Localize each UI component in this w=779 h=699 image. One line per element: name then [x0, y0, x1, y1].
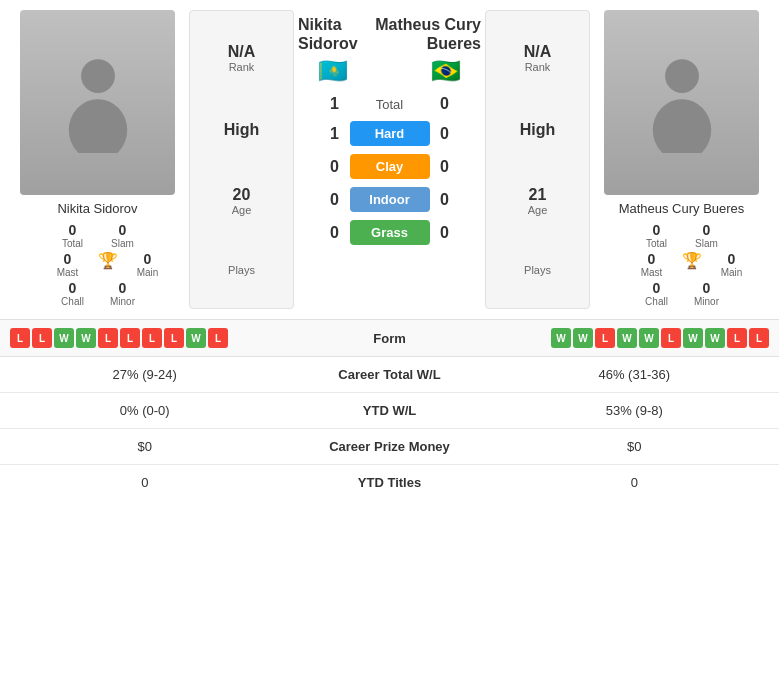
- left-total-value: 0: [53, 222, 93, 238]
- right-player-card: Matheus Cury Bueres 0 Total 0 Slam 0 M: [594, 10, 769, 309]
- stats-data-row-0: 27% (9-24)Career Total W/L46% (31-36): [0, 357, 779, 393]
- svg-point-2: [665, 59, 699, 93]
- hard-surface-btn[interactable]: Hard: [350, 121, 430, 146]
- svg-point-0: [81, 59, 115, 93]
- left-minor-value: 0: [103, 280, 143, 296]
- left-mast-value: 0: [48, 251, 88, 267]
- indoor-score-row: 0 Indoor 0: [298, 187, 481, 212]
- left-player-stats: 0 Total 0 Slam 0 Mast 🏆: [48, 222, 148, 309]
- indoor-surface-btn[interactable]: Indoor: [350, 187, 430, 212]
- stats-left-val-0: 27% (9-24): [0, 367, 290, 382]
- total-score-row: 1 Total 0: [298, 95, 481, 113]
- left-stats-panel: N/A Rank High 20 Age Plays: [189, 10, 294, 309]
- right-main-value: 0: [712, 251, 752, 267]
- total-right-score: 0: [436, 95, 454, 113]
- total-label: Total: [350, 97, 430, 112]
- left-chall-value: 0: [53, 280, 93, 296]
- right-form-badge-9: L: [749, 328, 769, 348]
- right-name-line1: Matheus Cury: [375, 15, 481, 34]
- right-player-name: Matheus Cury Bueres: [619, 201, 745, 216]
- stats-left-val-3: 0: [0, 475, 290, 490]
- left-form-badge-4: L: [98, 328, 118, 348]
- left-rank-value: N/A: [228, 43, 256, 61]
- surface-rows: 1 Total 0 1 Hard 0 0 Clay 0: [298, 95, 481, 253]
- form-section: LLWWLLLLWL Form WWLWWLWWLL: [0, 319, 779, 357]
- right-player-stats: 0 Total 0 Slam 0 Mast 🏆: [632, 222, 732, 309]
- right-stats-panel: N/A Rank High 21 Age Plays: [485, 10, 590, 309]
- clay-surface-btn[interactable]: Clay: [350, 154, 430, 179]
- left-form-badge-8: W: [186, 328, 206, 348]
- grass-score-row: 0 Grass 0: [298, 220, 481, 245]
- left-age-value: 20: [232, 186, 252, 204]
- stats-center-label-1: YTD W/L: [290, 403, 490, 418]
- right-mast-label: Mast: [632, 267, 672, 278]
- stats-right-val-2: $0: [490, 439, 780, 454]
- right-form-badge-4: W: [639, 328, 659, 348]
- grass-right-score: 0: [436, 224, 454, 242]
- left-player-photo: [20, 10, 175, 195]
- stats-right-val-1: 53% (9-8): [490, 403, 780, 418]
- left-age-stat: 20 Age: [232, 186, 252, 216]
- left-player-card: Nikita Sidorov 0 Total 0 Slam 0 Mast: [10, 10, 185, 309]
- indoor-right-score: 0: [436, 191, 454, 209]
- right-slam-value: 0: [687, 222, 727, 238]
- right-age-label: Age: [528, 204, 548, 216]
- left-form-badge-7: L: [164, 328, 184, 348]
- left-main-value: 0: [128, 251, 168, 267]
- right-chall-value: 0: [637, 280, 677, 296]
- right-minor-value: 0: [687, 280, 727, 296]
- left-form-badge-3: W: [76, 328, 96, 348]
- left-high-value: High: [224, 121, 260, 139]
- right-mast-value: 0: [632, 251, 672, 267]
- left-mast-label: Mast: [48, 267, 88, 278]
- hard-right-score: 0: [436, 125, 454, 143]
- left-main-label: Main: [128, 267, 168, 278]
- player-names-row: Nikita Sidorov Matheus Cury Bueres: [298, 15, 481, 53]
- right-flag: 🇧🇷: [431, 57, 461, 85]
- left-name-line1: Nikita: [298, 15, 358, 34]
- right-rank-stat: N/A Rank: [524, 43, 552, 73]
- left-minor-label: Minor: [103, 296, 143, 307]
- right-trophy-icon: 🏆: [682, 251, 702, 270]
- right-player-photo: [604, 10, 759, 195]
- grass-surface-btn[interactable]: Grass: [350, 220, 430, 245]
- stats-rows: 27% (9-24)Career Total W/L46% (31-36)0% …: [0, 357, 779, 500]
- left-form-badge-6: L: [142, 328, 162, 348]
- indoor-left-score: 0: [326, 191, 344, 209]
- stats-data-row-3: 0YTD Titles0: [0, 465, 779, 500]
- right-high-stat: High: [520, 121, 556, 139]
- left-name-line2: Sidorov: [298, 34, 358, 53]
- center-area: Nikita Sidorov Matheus Cury Bueres 🇰🇿 🇧🇷…: [298, 10, 481, 309]
- stats-right-val-0: 46% (31-36): [490, 367, 780, 382]
- left-chall-label: Chall: [53, 296, 93, 307]
- left-age-label: Age: [232, 204, 252, 216]
- clay-left-score: 0: [326, 158, 344, 176]
- right-age-value: 21: [528, 186, 548, 204]
- right-high-value: High: [520, 121, 556, 139]
- right-chall-label: Chall: [637, 296, 677, 307]
- right-player-silhouette: [642, 53, 722, 153]
- stats-center-label-3: YTD Titles: [290, 475, 490, 490]
- right-form-badge-0: W: [551, 328, 571, 348]
- right-form-badge-6: W: [683, 328, 703, 348]
- clay-score-row: 0 Clay 0: [298, 154, 481, 179]
- stats-center-label-2: Career Prize Money: [290, 439, 490, 454]
- hard-score-row: 1 Hard 0: [298, 121, 481, 146]
- right-form-badge-1: W: [573, 328, 593, 348]
- stats-right-val-3: 0: [490, 475, 780, 490]
- left-slam-value: 0: [103, 222, 143, 238]
- stats-left-val-2: $0: [0, 439, 290, 454]
- right-total-value: 0: [637, 222, 677, 238]
- right-plays-label: Plays: [524, 264, 551, 276]
- hard-left-score: 1: [326, 125, 344, 143]
- left-player-heading: Nikita Sidorov: [298, 15, 358, 53]
- right-rank-value: N/A: [524, 43, 552, 61]
- right-form-badge-7: W: [705, 328, 725, 348]
- left-form-badge-5: L: [120, 328, 140, 348]
- grass-left-score: 0: [326, 224, 344, 242]
- main-container: Nikita Sidorov 0 Total 0 Slam 0 Mast: [0, 0, 779, 500]
- right-form-badge-3: W: [617, 328, 637, 348]
- right-name-line2: Bueres: [375, 34, 481, 53]
- left-rank-stat: N/A Rank: [228, 43, 256, 73]
- left-form-badge-2: W: [54, 328, 74, 348]
